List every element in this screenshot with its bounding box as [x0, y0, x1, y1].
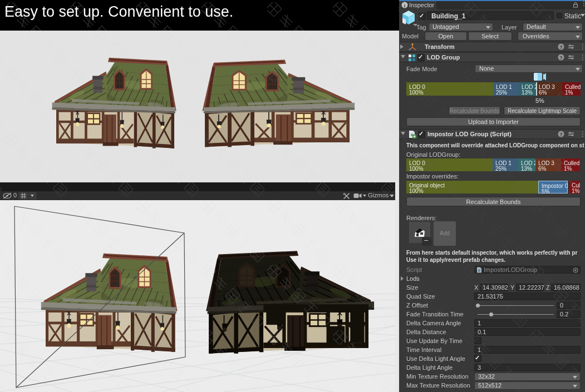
svg-text:#: # — [478, 269, 480, 272]
svg-text:?: ? — [559, 55, 563, 61]
svg-text:?: ? — [559, 132, 563, 137]
svg-text:?: ? — [559, 44, 563, 50]
